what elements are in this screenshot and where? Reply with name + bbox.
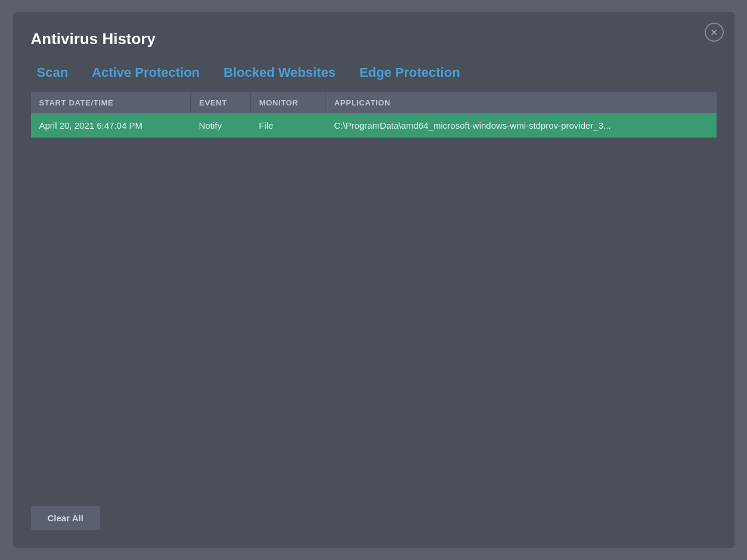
cell-application: C:\ProgramData\amd64_microsoft-windows-w… [326,113,716,138]
table-header-row: START DATE/TIME EVENT MONITOR APPLICATIO… [31,92,717,113]
history-table: START DATE/TIME EVENT MONITOR APPLICATIO… [31,92,717,138]
col-header-start-date-time: START DATE/TIME [31,92,191,113]
tab-bar: Scan Active Protection Blocked Websites … [31,65,717,83]
col-header-monitor: MONITOR [250,92,326,113]
tab-blocked-websites[interactable]: Blocked Websites [224,65,336,83]
table-body: April 20, 2021 6:47:04 PM Notify File C:… [31,113,717,138]
antivirus-history-window: Antivirus History ✕ Scan Active Protecti… [13,12,734,548]
footer: Clear All [31,494,717,530]
cell-start-date-time: April 20, 2021 6:47:04 PM [31,113,191,138]
tab-scan[interactable]: Scan [37,65,69,83]
col-header-application: APPLICATION [326,92,716,113]
close-button[interactable]: ✕ [705,23,724,42]
cell-event: Notify [191,113,251,138]
table-header: START DATE/TIME EVENT MONITOR APPLICATIO… [31,92,717,113]
tab-edge-protection[interactable]: Edge Protection [359,65,460,83]
window-title: Antivirus History [31,30,156,48]
table-row[interactable]: April 20, 2021 6:47:04 PM Notify File C:… [31,113,717,138]
col-header-event: EVENT [191,92,251,113]
table-container: START DATE/TIME EVENT MONITOR APPLICATIO… [31,92,717,494]
clear-all-button[interactable]: Clear All [31,506,100,530]
cell-monitor: File [250,113,326,138]
title-bar: Antivirus History ✕ [31,30,717,48]
tab-active-protection[interactable]: Active Protection [92,65,200,83]
